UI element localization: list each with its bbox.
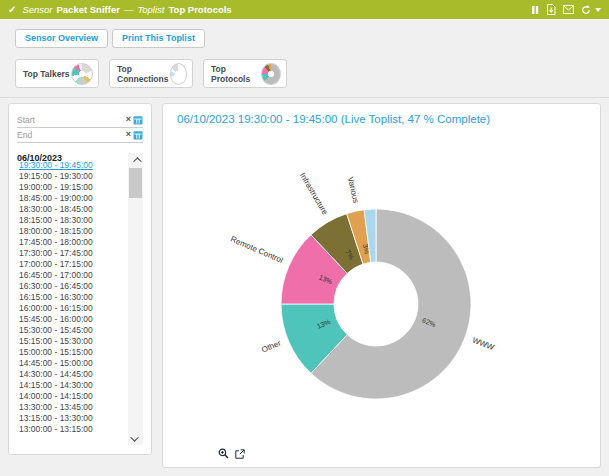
toplist-interval[interactable]: 18:00:00 - 18:15:00 [19, 226, 119, 237]
toplist-interval[interactable]: 15:15:00 - 15:30:00 [19, 336, 119, 347]
toplist-interval[interactable]: 14:45:00 - 15:00:00 [19, 358, 119, 369]
toplist-interval[interactable]: 18:15:00 - 18:30:00 [19, 215, 119, 226]
toplist-interval[interactable]: 16:30:00 - 16:45:00 [19, 281, 119, 292]
end-date-placeholder: End [17, 130, 126, 140]
toplist-panel: 06/10/2023 19:30:00 - 19:45:00 (Live Top… [162, 103, 601, 468]
sensor-label: Sensor [22, 4, 52, 15]
scroll-down-icon[interactable] [128, 432, 143, 445]
segment-name-label: WWW [471, 335, 496, 352]
interval-scrollbar[interactable] [128, 153, 143, 445]
toplist-interval[interactable]: 14:15:00 - 14:30:00 [19, 380, 119, 391]
toplist-interval[interactable]: 17:45:00 - 18:00:00 [19, 237, 119, 248]
tab-label: Top Connections [117, 64, 170, 84]
segment-name-label: Other [260, 338, 282, 354]
protocol-donut-chart: 62%WWW13%Other13%Remote Control7%Infrast… [163, 132, 600, 457]
toplist-tabs: Top Talkers Top Connections Top Protocol… [15, 59, 287, 88]
toplist-interval[interactable]: 15:00:00 - 15:15:00 [19, 347, 119, 358]
scrollbar-thumb[interactable] [129, 168, 142, 198]
print-toplist-button[interactable]: Print This Toplist [112, 29, 205, 48]
toplist-interval[interactable]: 13:00:00 - 13:15:00 [19, 424, 119, 435]
clear-start-icon[interactable]: × [126, 115, 131, 124]
sensor-name[interactable]: Packet Sniffer [57, 4, 120, 15]
toplist-interval[interactable]: 19:15:00 - 19:30:00 [19, 171, 119, 182]
toplist-interval[interactable]: 16:00:00 - 16:15:00 [19, 303, 119, 314]
header-bar: ✓ Sensor Packet Sniffer — Toplist Top Pr… [0, 0, 609, 19]
toplist-interval[interactable]: 18:30:00 - 18:45:00 [19, 204, 119, 215]
sensor-overview-button[interactable]: Sensor Overview [15, 29, 108, 48]
status-ok-icon: ✓ [8, 4, 16, 15]
toplist-interval[interactable]: 16:15:00 - 16:30:00 [19, 292, 119, 303]
segment-name-label: Infrastructure [298, 171, 330, 217]
tab-label: Top Talkers [23, 69, 69, 79]
toplist-interval[interactable]: 17:00:00 - 17:15:00 [19, 259, 119, 270]
toplist-interval[interactable]: 18:45:00 - 19:00:00 [19, 193, 119, 204]
toplist-interval[interactable]: 17:30:00 - 17:45:00 [19, 248, 119, 259]
toplist-interval[interactable]: 16:45:00 - 17:00:00 [19, 270, 119, 281]
tab-top-protocols[interactable]: Top Protocols [203, 59, 287, 88]
refresh-icon[interactable] [581, 5, 591, 15]
caret-down-icon[interactable] [595, 8, 601, 12]
zoom-icon[interactable] [218, 448, 229, 459]
section-divider [0, 97, 609, 98]
chart-footer-icons [218, 448, 245, 459]
interval-sidebar: Start × End × 06/10/2023 19:30:00 - 19:4… [8, 103, 152, 455]
toplist-interval[interactable]: 15:30:00 - 15:45:00 [19, 325, 119, 336]
toplist-interval[interactable]: 19:30:00 - 19:45:00 [19, 160, 119, 171]
toplist-interval[interactable]: 14:30:00 - 14:45:00 [19, 369, 119, 380]
scroll-up-icon[interactable] [128, 153, 143, 166]
toplist-interval[interactable]: 13:30:00 - 13:45:00 [19, 402, 119, 413]
pause-icon[interactable] [531, 5, 539, 15]
top-protocols-pie-icon [261, 63, 281, 85]
toplist-interval[interactable]: 19:00:00 - 19:15:00 [19, 182, 119, 193]
toolbar: Sensor Overview Print This Toplist [15, 29, 205, 48]
tab-top-talkers[interactable]: Top Talkers [15, 59, 99, 88]
export-report-icon[interactable] [546, 4, 556, 15]
email-icon[interactable] [563, 5, 574, 14]
tab-label: Top Protocols [211, 64, 261, 84]
toplist-name: Top Protocols [168, 4, 231, 15]
toplist-label: Toplist [137, 4, 164, 15]
breadcrumb-separator: — [124, 4, 134, 15]
protocol-donut-wrap: 62%WWW13%Other13%Remote Control7%Infrast… [163, 132, 600, 461]
top-talkers-pie-icon [71, 63, 93, 85]
interval-list: 19:30:00 - 19:45:0019:15:00 - 19:30:0019… [19, 160, 119, 435]
segment-name-label: Various [346, 176, 361, 204]
top-connections-pie-icon [170, 63, 187, 85]
toplist-interval[interactable]: 14:00:00 - 14:15:00 [19, 391, 119, 402]
calendar-icon[interactable] [133, 126, 143, 144]
tab-top-connections[interactable]: Top Connections [109, 59, 193, 88]
toplist-interval[interactable]: 15:45:00 - 16:00:00 [19, 314, 119, 325]
segment-name-label: Remote Control [229, 234, 284, 265]
clear-end-icon[interactable]: × [126, 130, 131, 139]
toplist-title: 06/10/2023 19:30:00 - 19:45:00 (Live Top… [177, 113, 490, 125]
start-date-field[interactable]: Start × [17, 113, 143, 128]
toplist-interval[interactable]: 13:15:00 - 13:30:00 [19, 413, 119, 424]
open-external-icon[interactable] [235, 449, 245, 459]
start-date-placeholder: Start [17, 115, 126, 125]
end-date-field[interactable]: End × [17, 128, 143, 143]
